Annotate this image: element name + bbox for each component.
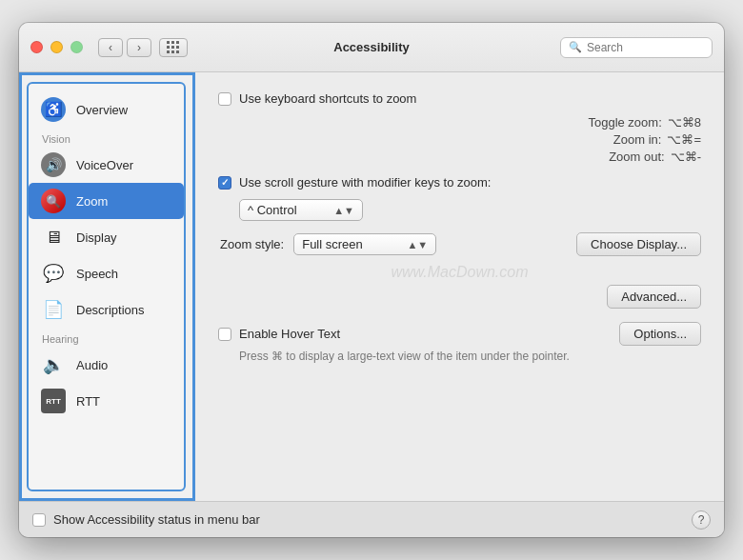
- main-panel: Use keyboard shortcuts to zoom Toggle zo…: [195, 72, 724, 501]
- zoom-out-row: Zoom out: ⌥⌘-: [237, 150, 701, 164]
- hover-text-checkbox[interactable]: [218, 328, 231, 341]
- forward-button[interactable]: ›: [127, 38, 151, 57]
- sidebar-label-audio: Audio: [76, 358, 108, 372]
- zoom-style-dropdown[interactable]: Full screen ▲▼: [293, 233, 436, 255]
- toggle-zoom-label: Toggle zoom:: [588, 115, 661, 130]
- close-button[interactable]: [30, 41, 43, 53]
- sidebar-item-speech[interactable]: 💬 Speech: [29, 255, 184, 291]
- help-button[interactable]: ?: [692, 510, 711, 530]
- status-bar-label: Show Accessibility status in menu bar: [53, 512, 260, 527]
- control-dropdown-label: ^ Control: [248, 203, 330, 217]
- advanced-button[interactable]: Advanced...: [607, 285, 701, 309]
- content-area: ♿ Overview Vision 🔊 VoiceOver 🔍: [19, 72, 724, 501]
- status-checkbox-row: Show Accessibility status in menu bar: [32, 512, 260, 527]
- choose-display-button[interactable]: Choose Display...: [576, 232, 701, 256]
- status-bar-checkbox[interactable]: [32, 513, 46, 527]
- control-dropdown[interactable]: ^ Control ▲▼: [239, 199, 363, 221]
- sidebar-item-display[interactable]: 🖥 Display: [29, 219, 184, 255]
- hover-text-section: Enable Hover Text Options... Press ⌘ to …: [218, 322, 701, 363]
- sidebar-label-voiceover: VoiceOver: [76, 158, 133, 172]
- sidebar-label-zoom: Zoom: [76, 194, 108, 209]
- audio-icon: 🔈: [40, 351, 67, 378]
- hover-text-description: Press ⌘ to display a large-text view of …: [239, 350, 701, 363]
- search-input[interactable]: [587, 41, 704, 54]
- shortcut-info: Toggle zoom: ⌥⌘8 Zoom in: ⌥⌘= Zoom out: …: [237, 115, 701, 164]
- hover-options-button[interactable]: Options...: [619, 322, 701, 346]
- traffic-lights: [30, 41, 83, 53]
- sidebar-label-rtt: RTT: [76, 394, 100, 409]
- sidebar-item-zoom[interactable]: 🔍 Zoom: [29, 183, 184, 219]
- zoom-style-arrow: ▲▼: [407, 239, 428, 250]
- sidebar: ♿ Overview Vision 🔊 VoiceOver 🔍: [19, 72, 195, 501]
- zoom-style-value: Full screen: [302, 237, 403, 251]
- speech-icon: 💬: [40, 260, 67, 287]
- bottom-bar: Show Accessibility status in menu bar ?: [19, 501, 724, 537]
- sidebar-label-speech: Speech: [76, 267, 118, 281]
- search-icon: 🔍: [569, 41, 582, 53]
- sidebar-label-descriptions: Descriptions: [76, 303, 145, 317]
- sidebar-item-rtt[interactable]: RTT RTT: [29, 383, 184, 419]
- zoom-out-value: ⌥⌘-: [671, 150, 701, 164]
- descriptions-icon: 📄: [40, 296, 67, 323]
- sidebar-item-descriptions[interactable]: 📄 Descriptions: [29, 291, 184, 328]
- voiceover-icon: 🔊: [40, 151, 67, 178]
- sidebar-item-audio[interactable]: 🔈 Audio: [29, 347, 184, 383]
- display-icon: 🖥: [40, 224, 67, 250]
- nav-buttons: ‹ ›: [98, 38, 151, 57]
- toggle-zoom-value: ⌥⌘8: [668, 115, 701, 130]
- zoom-out-label: Zoom out:: [609, 150, 665, 164]
- titlebar: ‹ › Accessibility 🔍: [19, 23, 724, 72]
- grid-button[interactable]: [159, 38, 188, 57]
- overview-icon: ♿: [40, 96, 67, 123]
- keyboard-shortcuts-row: Use keyboard shortcuts to zoom: [218, 91, 701, 106]
- control-dropdown-row: ^ Control ▲▼: [239, 199, 701, 221]
- grid-icon: [167, 41, 180, 54]
- section-label-vision: Vision: [29, 128, 184, 147]
- control-dropdown-arrow: ▲▼: [333, 205, 354, 216]
- zoom-style-label-text: Zoom style:: [220, 237, 284, 251]
- keyboard-shortcuts-checkbox[interactable]: [218, 92, 231, 106]
- scroll-gesture-row: Use scroll gesture with modifier keys to…: [218, 175, 701, 190]
- keyboard-shortcuts-label: Use keyboard shortcuts to zoom: [239, 91, 416, 106]
- zoom-in-label: Zoom in:: [613, 132, 662, 147]
- watermark: www.MacDown.com: [218, 264, 701, 281]
- sidebar-item-voiceover[interactable]: 🔊 VoiceOver: [29, 147, 184, 183]
- section-label-hearing: Hearing: [29, 328, 184, 347]
- search-bar[interactable]: 🔍: [560, 37, 713, 58]
- maximize-button[interactable]: [70, 41, 83, 53]
- hover-text-label: Enable Hover Text: [239, 327, 340, 341]
- minimize-button[interactable]: [50, 41, 63, 53]
- sidebar-label-display: Display: [76, 230, 117, 245]
- sidebar-label-overview: Overview: [76, 103, 128, 117]
- back-button[interactable]: ‹: [98, 38, 123, 57]
- toggle-zoom-row: Toggle zoom: ⌥⌘8: [237, 115, 701, 130]
- sidebar-item-overview[interactable]: ♿ Overview: [29, 91, 184, 128]
- sidebar-inner: ♿ Overview Vision 🔊 VoiceOver 🔍: [27, 82, 186, 491]
- rtt-icon: RTT: [40, 388, 67, 414]
- zoom-in-row: Zoom in: ⌥⌘=: [237, 132, 701, 147]
- main-window: ‹ › Accessibility 🔍 ♿: [19, 23, 724, 537]
- scroll-gesture-checkbox[interactable]: [218, 176, 231, 190]
- zoom-in-value: ⌥⌘=: [667, 132, 701, 147]
- window-title: Accessibility: [333, 40, 410, 54]
- zoom-icon: 🔍: [40, 188, 67, 214]
- scroll-gesture-label: Use scroll gesture with modifier keys to…: [239, 175, 491, 190]
- hover-text-row: Enable Hover Text Options...: [218, 322, 701, 346]
- zoom-style-row: Zoom style: Full screen ▲▼ Choose Displa…: [218, 232, 701, 256]
